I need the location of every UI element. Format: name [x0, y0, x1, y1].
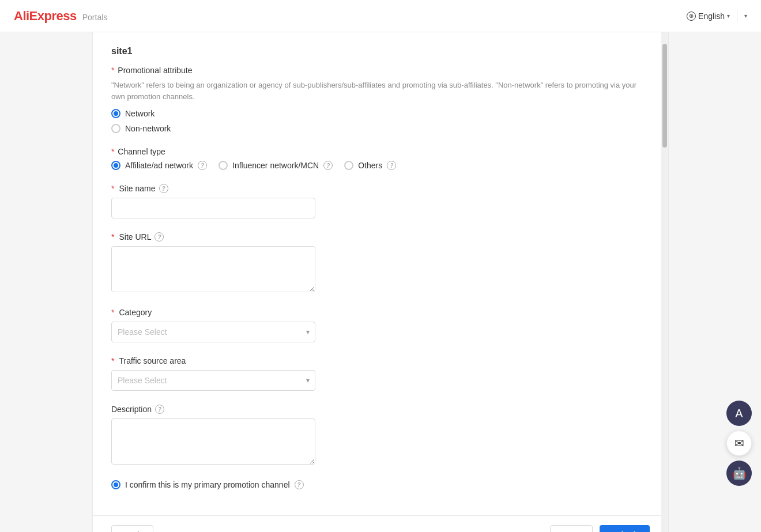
portals-label: Portals [82, 13, 108, 22]
message-widget-button[interactable]: ✉ [726, 431, 752, 456]
promotional-attribute-section: * Promotional attribute "Network" refers… [111, 66, 650, 133]
save-button[interactable]: Save [550, 525, 593, 532]
header-right: ⊕ English ▾ ▾ [687, 10, 747, 22]
header-dropdown-chevron[interactable]: ▾ [744, 13, 747, 19]
site-name-section: * Site name ? [111, 184, 650, 218]
influencer-help-icon[interactable]: ? [323, 161, 333, 170]
message-icon: ✉ [734, 436, 744, 450]
scrollbar-thumb [662, 44, 667, 148]
required-star-6: * [111, 356, 114, 365]
category-section: * Category Please Select ▾ [111, 308, 650, 342]
category-label: * Category [111, 308, 650, 317]
language-chevron: ▾ [727, 13, 730, 19]
scrollbar[interactable] [661, 32, 668, 532]
traffic-source-select-wrapper: Please Select ▾ [111, 370, 315, 391]
language-label: English [698, 12, 725, 21]
robot-icon: 🤖 [732, 466, 747, 480]
translate-icon: A [735, 407, 743, 420]
globe-icon: ⊕ [687, 12, 696, 21]
description-label: Description ? [111, 405, 650, 414]
description-input[interactable] [111, 418, 315, 465]
language-selector[interactable]: ⊕ English ▾ [687, 12, 730, 21]
confirm-help-icon[interactable]: ? [295, 480, 304, 489]
category-select-wrapper: Please Select ▾ [111, 322, 315, 342]
channel-type-label: * Channel type [111, 147, 650, 156]
site-name-help-icon[interactable]: ? [159, 184, 168, 193]
description-section: Description ? [111, 405, 650, 466]
radio-non-network[interactable]: Non-network [111, 124, 650, 133]
header: AliExpress Portals ⊕ English ▾ ▾ [0, 0, 761, 32]
affiliate-help-icon[interactable]: ? [198, 161, 207, 170]
promotional-attribute-radio-group: Network Non-network [111, 109, 650, 133]
confirm-label: I confirm this is my primary promotion c… [125, 480, 290, 489]
header-divider [737, 10, 737, 22]
site-url-label: * Site URL ? [111, 232, 650, 242]
confirm-checkbox[interactable] [111, 480, 120, 489]
required-star-4: * [111, 232, 114, 242]
confirm-row: I confirm this is my primary promotion c… [111, 480, 650, 489]
channel-type-radio-group: Affiliate/ad network ? Influencer networ… [111, 161, 650, 170]
required-star-2: * [111, 147, 114, 156]
site-title: site1 [111, 46, 650, 56]
traffic-source-label: * Traffic source area [111, 356, 650, 365]
promotional-attribute-description: "Network" refers to being an organizatio… [111, 80, 650, 102]
radio-affiliate-input[interactable] [111, 161, 120, 170]
robot-widget-button[interactable]: 🤖 [726, 461, 752, 486]
traffic-source-section: * Traffic source area Please Select ▾ [111, 356, 650, 391]
submit-button[interactable]: Submit [600, 525, 650, 532]
channel-type-section: * Channel type Affiliate/ad network ? In… [111, 147, 650, 170]
footer-bar: Back Save Submit [93, 515, 668, 532]
site-name-label: * Site name ? [111, 184, 650, 193]
site-name-input[interactable] [111, 198, 315, 218]
chat-widgets: A ✉ 🤖 [726, 401, 752, 486]
site-url-help-icon[interactable]: ? [155, 232, 164, 242]
radio-others[interactable]: Others ? [344, 161, 396, 170]
back-button[interactable]: Back [111, 525, 153, 532]
site-url-input[interactable] [111, 246, 315, 292]
radio-influencer-input[interactable] [218, 161, 228, 170]
category-placeholder: Please Select [118, 327, 167, 337]
radio-non-network-label: Non-network [125, 124, 171, 133]
radio-others-input[interactable] [344, 161, 353, 170]
required-star: * [111, 66, 114, 75]
others-help-icon[interactable]: ? [387, 161, 396, 170]
logo-area: AliExpress Portals [14, 9, 107, 24]
logo: AliExpress [14, 9, 77, 24]
radio-affiliate-label: Affiliate/ad network [125, 161, 193, 170]
radio-network-label: Network [125, 109, 155, 118]
content-area: site1 * Promotional attribute "Network" … [92, 32, 669, 532]
promotional-attribute-label: * Promotional attribute [111, 66, 650, 75]
radio-affiliate[interactable]: Affiliate/ad network ? [111, 161, 207, 170]
radio-influencer-label: Influencer network/MCN [232, 161, 319, 170]
radio-non-network-input[interactable] [111, 124, 120, 133]
site-url-section: * Site URL ? [111, 232, 650, 294]
required-star-3: * [111, 184, 114, 193]
radio-network-input[interactable] [111, 109, 120, 118]
translate-widget-button[interactable]: A [726, 401, 752, 426]
radio-influencer[interactable]: Influencer network/MCN ? [218, 161, 333, 170]
radio-others-label: Others [358, 161, 382, 170]
description-help-icon[interactable]: ? [155, 405, 164, 414]
footer-right-buttons: Save Submit [550, 525, 650, 532]
required-star-5: * [111, 308, 114, 317]
category-select[interactable]: Please Select [111, 322, 315, 342]
traffic-source-placeholder: Please Select [118, 376, 167, 385]
page-wrapper: site1 * Promotional attribute "Network" … [0, 32, 761, 532]
traffic-source-select[interactable]: Please Select [111, 370, 315, 391]
radio-network[interactable]: Network [111, 109, 650, 118]
